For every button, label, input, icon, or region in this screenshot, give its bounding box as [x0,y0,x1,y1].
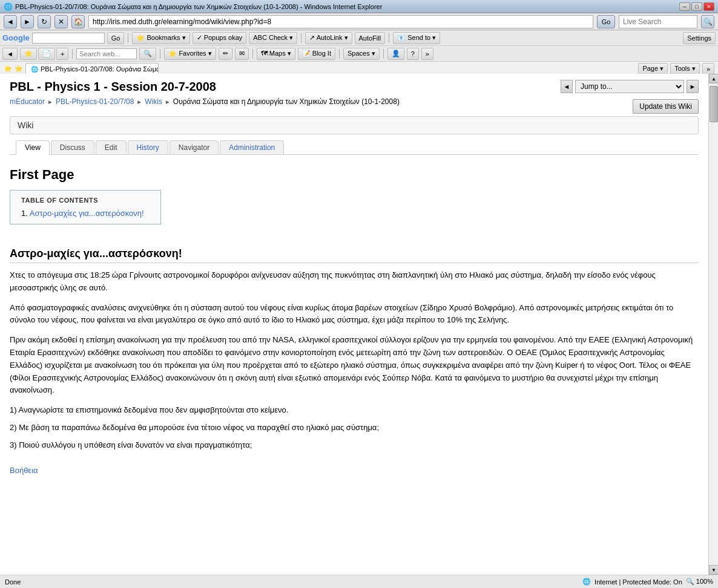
page-tools-button[interactable]: Page ▾ [638,63,668,75]
toc-number-1: 1. [21,209,28,218]
tab-edit[interactable]: Edit [96,140,127,154]
popups-button[interactable]: ✓ Popups okay [193,32,247,44]
question-3: 3) Ποιού συλλόγου η υπόθεση είναι δυνατό… [10,439,699,452]
mail-button[interactable]: ✉ [235,48,249,60]
breadcrumb-pbl[interactable]: PBL-Physics-01-20/7/08 [56,97,134,106]
spaces-button[interactable]: Spaces ▾ [343,48,380,60]
breadcrumb-sep2: ► [136,99,142,105]
scrollbar[interactable]: ▲ ▼ [708,74,718,575]
separator6 [252,49,253,59]
sendto-button[interactable]: 📧 Send to ▾ [393,32,440,44]
toc-item-1: 1. Αστρο-μαχίες για...αστερόσκονη! [21,209,150,218]
scroll-down-button[interactable]: ▼ [709,565,718,575]
separator8 [383,49,384,59]
separator [128,33,128,43]
tab-discuss[interactable]: Discuss [51,140,94,154]
autolink-button[interactable]: ↗ AutoLink ▾ [305,32,352,44]
toc-title: TABLE OF CONTENTS [21,197,150,204]
question-1: 1) Αναγνωρίστε τα επιστημονικά δεδομένα … [10,404,699,417]
extend-button[interactable]: » [421,48,433,60]
favorites-button[interactable]: ⭐ Favorites ▾ [164,48,216,60]
page-title: PBL - Physics 1 - Session 20-7-2008 [10,80,400,94]
search-button[interactable]: 🔍 [701,15,714,28]
tab-administration[interactable]: Administration [220,140,284,154]
back-button[interactable]: ◄ [4,15,17,28]
google-toolbar: Google Go ⭐ Bookmarks ▾ ✓ Popups okay AB… [0,30,718,46]
tab-label: PBL-Physics-01-20/7/08: Ουράνια Σώματα κ… [41,65,159,73]
status-left: Done [5,578,21,586]
refresh-button[interactable]: ↻ [38,15,51,28]
home-button[interactable]: 🏠 [71,15,85,28]
back-nav-button[interactable]: ◄ [2,48,18,60]
extend2-button[interactable]: » [702,63,714,75]
maps-button[interactable]: 🗺 Maps ▾ [257,48,295,60]
stop-button[interactable]: ✕ [54,15,68,28]
scroll-up-button[interactable]: ▲ [709,74,718,83]
tools-icons[interactable]: ⭐ [20,48,37,60]
tools-button2[interactable]: Tools ▾ [670,63,700,75]
toc-box: TABLE OF CONTENTS 1. Αστρο-μαχίες για...… [10,190,161,224]
check-button[interactable]: ABC Check ▾ [249,32,297,44]
question-2: 2) Με βάση τα παραπάνω δεδομένα θα μπορο… [10,422,699,434]
jump-prev-button[interactable]: ◄ [561,80,573,93]
content-area: PBL - Physics 1 - Session 20-7-2008 mEdu… [0,74,708,575]
ie-toolbar: ◄ ⭐ 📄 + 🔍 ⭐ Favorites ▾ ✏ ✉ 🗺 Maps ▾ 📝 B… [0,46,718,62]
help-link[interactable]: Βοήθεια [10,466,38,475]
settings-button[interactable]: Settings [683,32,716,44]
toc-link-1[interactable]: Αστρο-μαχίες για...αστερόσκονη! [30,209,144,218]
title-bar-text: PBL-Physics-01-20/7/08: Ουράνια Σώματα κ… [15,3,382,10]
ie-search-input[interactable] [76,48,137,59]
separator7 [339,49,340,59]
forward-button[interactable]: ► [21,15,34,28]
main-heading: First Page [10,167,699,183]
go-button[interactable]: Go [597,15,615,28]
page-header: PBL - Physics 1 - Session 20-7-2008 mEdu… [10,80,699,114]
url-input[interactable] [88,15,593,28]
jump-area: ◄ Jump to... ► [561,80,699,93]
scroll-thumb[interactable] [710,86,718,122]
people-button[interactable]: 👤 [387,48,404,60]
globe-icon: 🌐 [582,578,591,586]
breadcrumb-wikis[interactable]: Wikis [145,97,162,106]
autofill-button[interactable]: AutoFill [355,32,386,44]
ie-search-button[interactable]: 🔍 [139,48,156,60]
google-label: Google [2,33,30,42]
status-bar: Done 🌐 Internet | Protected Mode: On 🔍 1… [0,575,718,588]
page-content: PBL - Physics 1 - Session 20-7-2008 mEdu… [0,74,708,487]
tab-view[interactable]: View [16,140,50,155]
close-button[interactable]: ✕ [703,2,714,11]
help2-button[interactable]: ? [407,48,419,60]
google-search-input[interactable] [32,33,105,44]
paragraph-2: Από φασματογραφικές αναλύσεις ανιχνεύθηκ… [10,302,699,327]
live-search-input[interactable] [619,15,697,28]
title-bar-icon: 🌐 [4,2,13,11]
separator5 [160,49,160,59]
add-button[interactable]: + [56,48,68,60]
paragraph-3: Πριν ακόμη εκδοθεί η επίσημη ανακοίνωση … [10,334,699,397]
breadcrumb-meducator[interactable]: mEducator [10,97,45,106]
jump-select[interactable]: Jump to... [575,80,684,93]
separator2 [301,33,301,43]
breadcrumb-sep3: ► [165,99,171,105]
pen-button[interactable]: ✏ [219,48,232,60]
bookmarks-button[interactable]: ⭐ Bookmarks ▾ [132,32,189,44]
blogit-button[interactable]: 📝 Blog It [298,48,335,60]
tab-navigator[interactable]: Navigator [170,140,219,154]
jump-next-button[interactable]: ► [687,80,699,93]
status-text: Internet | Protected Mode: On [594,578,682,586]
rss-button[interactable]: 📄 [38,48,55,60]
wiki-section-box: Wiki [10,116,699,134]
wiki-section-title: Wiki [18,120,33,130]
title-bar: 🌐 PBL-Physics-01-20/7/08: Ουράνια Σώματα… [0,0,718,13]
minimize-button[interactable]: ─ [679,2,690,11]
wiki-tabs: View Discuss Edit History Navigator Admi… [10,140,699,155]
tab-history[interactable]: History [128,140,168,154]
fav-star: ⭐ [4,65,12,73]
update-wiki-button[interactable]: Update this Wiki [633,99,699,114]
zoom-level: 🔍 100% [686,578,713,586]
maximize-button[interactable]: □ [691,2,702,11]
header-right: ◄ Jump to... ► Update this Wiki [561,80,699,114]
google-go-button[interactable]: Go [107,32,125,44]
address-bar: ◄ ► ↻ ✕ 🏠 Go 🔍 [0,13,718,30]
browser-tab[interactable]: 🌐 PBL-Physics-01-20/7/08: Ουράνια Σώματα… [25,63,159,75]
